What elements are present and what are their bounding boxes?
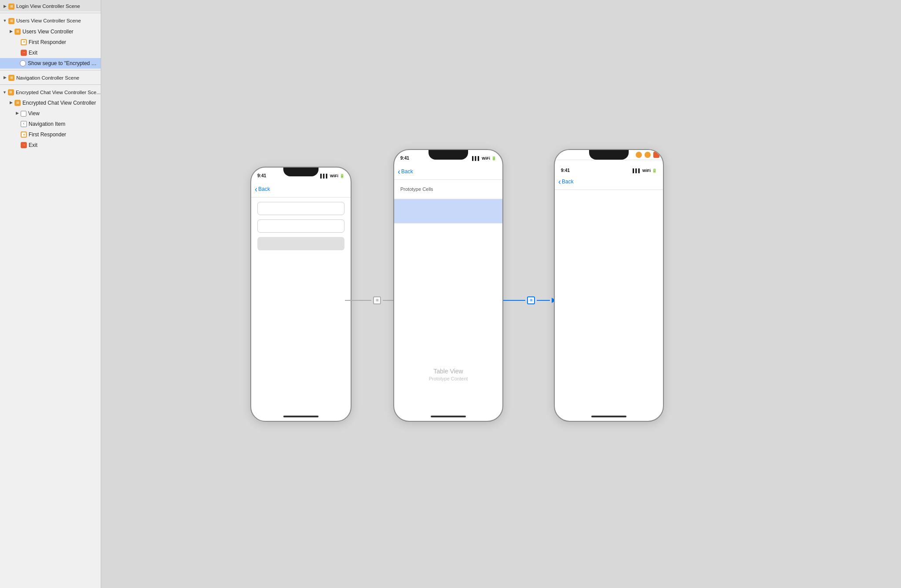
nav-item-icon: ‹ (21, 121, 27, 127)
first-responder-label: First Responder (29, 131, 66, 139)
sidebar-item-users-scene[interactable]: ▼ ⊞ Users View Controller Scene (0, 15, 101, 26)
sidebar-item-users-vc[interactable]: ▶ ⊞ Users View Controller (0, 26, 101, 37)
sidebar-item-exit-2[interactable]: → Exit (0, 140, 101, 150)
home-bar (283, 416, 319, 417)
phone-login[interactable]: controller 9:41 ▌▌▌ WiFi 🔋 Back (250, 167, 352, 422)
sidebar-item-nav-scene[interactable]: ▶ ⊞ Navigation Controller Scene (0, 72, 101, 83)
scene-icon: ⊞ (8, 75, 15, 81)
disclosure-icon[interactable]: ▶ (15, 111, 19, 116)
sidebar-item-first-responder-1[interactable]: ◈ First Responder (0, 37, 101, 47)
back-button[interactable]: Back (398, 168, 413, 175)
sidebar-item-nav-item[interactable]: ‹ Navigation Item (0, 119, 101, 129)
scene-icon: ⊞ (8, 89, 14, 95)
vc-label: Encrypted Chat View Controller (22, 99, 96, 107)
sidebar-item-encrypted-scene[interactable]: ▼ ⊞ Encrypted Chat View Controller Sce..… (0, 86, 101, 98)
vc-icon: ⊞ (15, 29, 21, 35)
divider (0, 70, 101, 70)
scene-icon: ⊞ (8, 4, 15, 10)
home-bar (591, 416, 626, 417)
vc-icon: ⊞ (15, 100, 21, 106)
segue-icon-right: ⊞ (527, 296, 535, 304)
segue-icon-left: ⊞ (373, 296, 381, 304)
scene-icon: ⊞ (8, 18, 15, 24)
segue-icon (20, 60, 26, 66)
home-bar (431, 416, 466, 417)
sidebar-item-exit-1[interactable]: → Exit (0, 47, 101, 58)
back-button[interactable]: Back (255, 185, 270, 193)
status-icons: ▌▌▌ WiFi 🔋 (320, 174, 344, 178)
exit-icon: → (21, 142, 27, 148)
status-icons: ▌▌▌ WiFi 🔋 (633, 168, 657, 173)
sidebar-item-show-segue[interactable]: Show segue to "Encrypted Chat Vi... (0, 58, 101, 69)
toolbar-icon-2 (645, 152, 651, 158)
exit-label: Exit (29, 141, 37, 149)
scene-label: Login View Controller Scene (16, 3, 80, 10)
scene-label: Navigation Controller Scene (16, 74, 79, 82)
sidebar-item-view[interactable]: ▶ View (0, 108, 101, 119)
table-view-sub: Prototype Content (429, 376, 468, 381)
phone-users[interactable]: Users View Controller 9:41 ▌▌▌ WiFi 🔋 Ba… (393, 149, 503, 422)
first-responder-label: First Responder (29, 38, 66, 46)
segue-line-right2 (537, 300, 550, 301)
disclosure-icon[interactable]: ▶ (9, 101, 13, 105)
scene-navigator[interactable]: ▶ ⊞ Login View Controller Scene ▼ ⊞ User… (0, 0, 101, 588)
toolbar-icon-1 (636, 152, 642, 158)
login-button[interactable] (257, 237, 344, 250)
sidebar-item-login-scene[interactable]: ▶ ⊞ Login View Controller Scene (0, 0, 101, 11)
phone-encrypted[interactable]: 9:41 ▌▌▌ WiFi 🔋 Back (554, 149, 664, 422)
storyboard-canvas[interactable]: controller 9:41 ▌▌▌ WiFi 🔋 Back (101, 0, 901, 588)
nav-bar: Back (394, 164, 502, 180)
login-field-1[interactable] (257, 202, 344, 215)
login-field-2[interactable] (257, 219, 344, 233)
segue-line-left (345, 300, 371, 301)
table-view-text: Table View (429, 368, 468, 375)
disclosure-icon[interactable]: ▼ (3, 19, 7, 23)
status-bar: 9:41 ▌▌▌ WiFi 🔋 (555, 160, 663, 174)
phone-notch (429, 150, 468, 160)
first-responder-icon: ◈ (21, 39, 27, 45)
divider (0, 84, 101, 85)
first-responder-icon: ◈ (21, 131, 27, 138)
exit-label: Exit (29, 49, 37, 57)
back-button[interactable]: Back (558, 178, 574, 186)
nav-bar: Back (555, 174, 663, 190)
exit-icon: → (21, 50, 27, 56)
segue-label: Show segue to "Encrypted Chat Vi... (28, 59, 98, 67)
phone-notch (283, 168, 319, 176)
canvas-area: controller 9:41 ▌▌▌ WiFi 🔋 Back (259, 140, 743, 448)
prototype-cells-row: Prototype Cells (394, 180, 502, 199)
disclosure-icon[interactable]: ▶ (9, 29, 13, 34)
disclosure-icon[interactable]: ▶ (3, 76, 7, 80)
disclosure-icon[interactable]: ▶ (3, 4, 7, 9)
scene-label: Users View Controller Scene (16, 17, 81, 25)
disclosure-icon[interactable]: ▼ (3, 90, 7, 95)
table-view-label: Table View Prototype Content (429, 368, 468, 381)
nav-item-label: Navigation Item (29, 120, 65, 128)
toolbar-icon-3 (653, 152, 659, 158)
nav-bar: Back (251, 182, 351, 197)
divider (0, 13, 101, 13)
segue-line-right (503, 300, 525, 301)
sidebar-item-first-responder-2[interactable]: ◈ First Responder (0, 129, 101, 140)
view-label: View (28, 110, 40, 117)
phone-notch (589, 150, 629, 160)
scene-label: Encrypted Chat View Controller Sce... (16, 89, 101, 96)
segue-arrow-right: ⊞ (503, 296, 556, 304)
status-icons: ▌▌▌ WiFi 🔋 (472, 156, 496, 161)
sidebar-item-encrypted-vc[interactable]: ▶ ⊞ Encrypted Chat View Controller (0, 98, 101, 108)
vc-label: Users View Controller (22, 28, 73, 36)
prototype-cell-highlight (394, 199, 502, 223)
view-icon (21, 111, 26, 117)
